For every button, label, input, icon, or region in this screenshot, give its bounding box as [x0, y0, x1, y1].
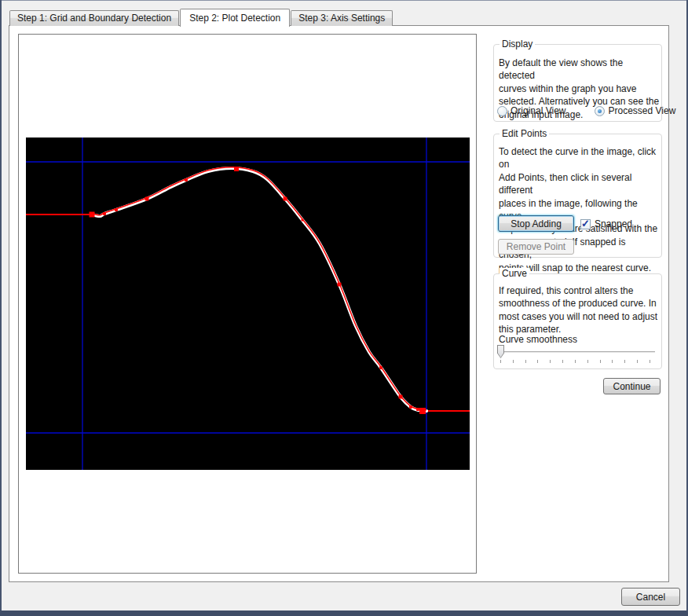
remove-point-button[interactable]: Remove Point [498, 239, 574, 255]
display-group: Display By default the view shows the de… [493, 44, 662, 122]
detected-curve-svg [26, 138, 470, 470]
edit-points-group: Edit Points To detect the curve in the i… [493, 134, 662, 258]
curve-smoothness-slider[interactable] [497, 345, 655, 361]
curve-group: Curve If required, this control alters t… [493, 273, 662, 369]
curve-smoothness-label: Curve smoothness [499, 334, 577, 345]
window-border-top [0, 0, 688, 1]
edit-points-group-title: Edit Points [500, 128, 549, 139]
display-group-title: Display [500, 38, 535, 50]
processed-view-radio[interactable] [595, 106, 605, 116]
snapped-check-row: ✓ Snapped [580, 218, 632, 229]
continue-button[interactable]: Continue [603, 378, 661, 394]
tab-step2-plot-detection[interactable]: Step 2: Plot Detection [180, 9, 290, 27]
original-view-radio[interactable] [497, 106, 507, 116]
snapped-checkbox[interactable]: ✓ [580, 219, 591, 229]
tab-step3-axis-settings[interactable]: Step 3: Axis Settings [291, 10, 393, 26]
edit-points-description: To detect the curve in the image, click … [499, 145, 660, 274]
curve-description: If required, this control alters the smo… [499, 284, 660, 336]
slider-thumb[interactable] [497, 345, 504, 358]
original-view-label[interactable]: Original View [511, 105, 565, 116]
slider-track[interactable] [497, 351, 655, 353]
tab-step1-grid-boundary-detection[interactable]: Step 1: Grid and Boundary Detection [9, 10, 179, 26]
window-border-left [0, 0, 2, 616]
slider-thumb-face [498, 346, 503, 358]
checkmark-icon: ✓ [581, 218, 590, 229]
processed-view-label[interactable]: Processed View [608, 105, 675, 116]
cancel-button[interactable]: Cancel [621, 588, 680, 606]
curve-group-title: Curve [500, 268, 529, 279]
processed-plot-image[interactable] [26, 138, 470, 470]
slider-tick-marks [500, 360, 650, 363]
snapped-label[interactable]: Snapped [595, 218, 632, 229]
window-border-bottom [0, 610, 688, 616]
view-radio-row: Original View Processed View [497, 105, 675, 116]
plot-detection-dialog: Step 1: Grid and Boundary Detection Step… [0, 0, 688, 616]
step-tab-bar: Step 1: Grid and Boundary Detection Step… [9, 8, 393, 26]
stop-adding-button[interactable]: Stop Adding [498, 215, 574, 232]
